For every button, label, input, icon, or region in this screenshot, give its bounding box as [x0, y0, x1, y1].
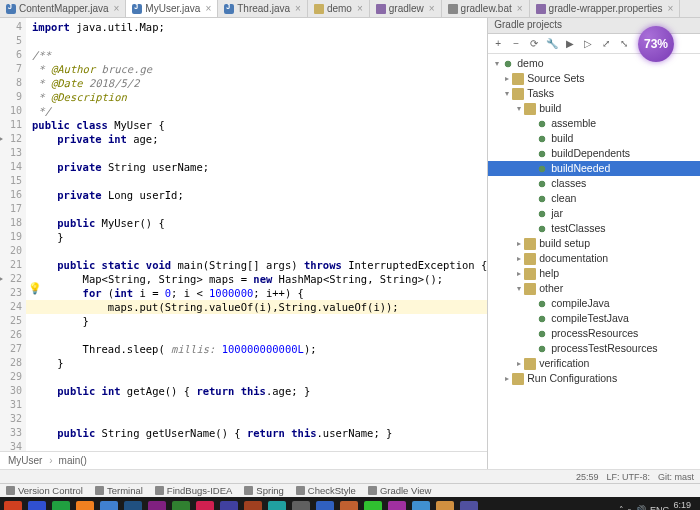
tree-arrow-icon[interactable]: ▾	[492, 56, 502, 71]
intention-bulb-icon[interactable]: 💡	[28, 282, 42, 295]
tree-arrow-icon[interactable]: ▸	[502, 71, 512, 86]
toolwin-spring[interactable]: Spring	[244, 485, 283, 496]
tree-node-build[interactable]: ▾build	[488, 101, 700, 116]
taskbar-app[interactable]	[52, 501, 70, 511]
toolwin-version-control[interactable]: Version Control	[6, 485, 83, 496]
taskbar-app[interactable]	[460, 501, 478, 511]
tree-arrow-icon[interactable]: ▸	[514, 266, 524, 281]
tray-vol-icon[interactable]: 🔊	[635, 505, 646, 511]
profiler-badge[interactable]: 73%	[638, 26, 674, 62]
tab-gradle-wrapper-properties[interactable]: gradle-wrapper.properties×	[530, 0, 681, 17]
tab-gradlew-bat[interactable]: gradlew.bat×	[442, 0, 530, 17]
tree-node-processtestresources[interactable]: processTestResources	[488, 341, 700, 356]
taskbar-app[interactable]	[220, 501, 238, 511]
taskbar-app[interactable]	[316, 501, 334, 511]
tree-label: build	[539, 101, 561, 116]
breadcrumb-item[interactable]: main()	[59, 455, 91, 466]
toolwin-findbugs-idea[interactable]: FindBugs-IDEA	[155, 485, 232, 496]
tree-node-clean[interactable]: clean	[488, 191, 700, 206]
taskbar-app[interactable]	[4, 501, 22, 511]
tab-contentmapper-java[interactable]: ContentMapper.java×	[0, 0, 126, 17]
taskbar-app[interactable]	[28, 501, 46, 511]
taskbar-app[interactable]	[244, 501, 262, 511]
collapse-icon[interactable]: ⤡	[618, 38, 630, 50]
folder-icon	[512, 88, 524, 100]
tab-myuser-java[interactable]: MyUser.java×	[126, 0, 218, 17]
tree-arrow-icon[interactable]: ▸	[514, 236, 524, 251]
taskbar-app[interactable]	[196, 501, 214, 511]
taskbar-app[interactable]	[76, 501, 94, 511]
tree-arrow-icon[interactable]: ▾	[514, 101, 524, 116]
run-icon[interactable]: ▶	[564, 38, 576, 50]
tray-lang[interactable]: ENG	[650, 505, 670, 511]
close-icon[interactable]: ×	[429, 3, 435, 14]
taskbar-app[interactable]	[412, 501, 430, 511]
git-branch[interactable]: Git: mast	[658, 472, 694, 482]
tree-node-jar[interactable]: jar	[488, 206, 700, 221]
tree-node-assemble[interactable]: assemble	[488, 116, 700, 131]
close-icon[interactable]: ×	[295, 3, 301, 14]
taskbar-app[interactable]	[364, 501, 382, 511]
taskbar-app[interactable]	[388, 501, 406, 511]
tree-node-verification[interactable]: ▸verification	[488, 356, 700, 371]
tree-node-classes[interactable]: classes	[488, 176, 700, 191]
code-editor[interactable]: 4567891011121314151617181920212223242526…	[0, 18, 487, 451]
taskbar-app[interactable]	[148, 501, 166, 511]
taskbar-app[interactable]	[436, 501, 454, 511]
close-icon[interactable]: ×	[114, 3, 120, 14]
tree-node-source-sets[interactable]: ▸Source Sets	[488, 71, 700, 86]
toolwin-gradle-view[interactable]: Gradle View	[368, 485, 432, 496]
gradle-panel: Gradle projects +−⟳🔧▶▷⤢⤡⚙ ▾demo▸Source S…	[487, 18, 700, 469]
expand-icon[interactable]: ⤢	[600, 38, 612, 50]
tree-node-processresources[interactable]: processResources	[488, 326, 700, 341]
tab-thread-java[interactable]: Thread.java×	[218, 0, 308, 17]
tree-node-compiletestjava[interactable]: compileTestJava	[488, 311, 700, 326]
breadcrumb[interactable]: MyUsermain()	[0, 451, 487, 469]
tab-demo[interactable]: demo×	[308, 0, 370, 17]
tree-node-other[interactable]: ▾other	[488, 281, 700, 296]
tree-arrow-icon[interactable]: ▾	[514, 281, 524, 296]
tree-node-tasks[interactable]: ▾Tasks	[488, 86, 700, 101]
minus-icon[interactable]: −	[510, 38, 522, 50]
toolwin-terminal[interactable]: Terminal	[95, 485, 143, 496]
tree-node-run-configurations[interactable]: ▸Run Configurations	[488, 371, 700, 386]
taskbar-app[interactable]	[172, 501, 190, 511]
tree-node-build[interactable]: build	[488, 131, 700, 146]
tab-gradlew[interactable]: gradlew×	[370, 0, 442, 17]
toolwin-checkstyle[interactable]: CheckStyle	[296, 485, 356, 496]
breadcrumb-item[interactable]: MyUser	[8, 455, 53, 466]
tray-time[interactable]: 6:192019/	[673, 500, 696, 511]
taskbar-app[interactable]	[100, 501, 118, 511]
tray-chevron-icon[interactable]: ˄	[619, 505, 624, 511]
tree-node-demo[interactable]: ▾demo	[488, 56, 700, 71]
close-icon[interactable]: ×	[668, 3, 674, 14]
tree-node-help[interactable]: ▸help	[488, 266, 700, 281]
tray-net-icon[interactable]: ▫	[628, 505, 631, 511]
close-icon[interactable]: ×	[357, 3, 363, 14]
plus-icon[interactable]: +	[492, 38, 504, 50]
refresh-icon[interactable]: ⟳	[528, 38, 540, 50]
tree-arrow-icon[interactable]: ▸	[502, 371, 512, 386]
tree-node-builddependents[interactable]: buildDependents	[488, 146, 700, 161]
wrench-icon[interactable]: 🔧	[546, 38, 558, 50]
tree-arrow-icon[interactable]: ▸	[514, 356, 524, 371]
tree-arrow-icon[interactable]: ▾	[502, 86, 512, 101]
tree-node-documentation[interactable]: ▸documentation	[488, 251, 700, 266]
code-content[interactable]: import java.util.Map;/** * @Author bruce…	[26, 18, 487, 451]
tree-node-build-setup[interactable]: ▸build setup	[488, 236, 700, 251]
task-icon	[536, 163, 548, 175]
taskbar-app[interactable]	[124, 501, 142, 511]
close-icon[interactable]: ×	[205, 3, 211, 14]
task-icon	[536, 298, 548, 310]
tree-node-buildneeded[interactable]: buildNeeded	[488, 161, 700, 176]
tree-arrow-icon[interactable]: ▸	[514, 251, 524, 266]
taskbar-app[interactable]	[340, 501, 358, 511]
tree-label: assemble	[551, 116, 596, 131]
tree-node-testclasses[interactable]: testClasses	[488, 221, 700, 236]
system-tray[interactable]: ˄▫🔊ENG6:192019/	[619, 500, 696, 511]
taskbar-app[interactable]	[268, 501, 286, 511]
play-icon[interactable]: ▷	[582, 38, 594, 50]
close-icon[interactable]: ×	[517, 3, 523, 14]
tree-node-compilejava[interactable]: compileJava	[488, 296, 700, 311]
taskbar-app[interactable]	[292, 501, 310, 511]
